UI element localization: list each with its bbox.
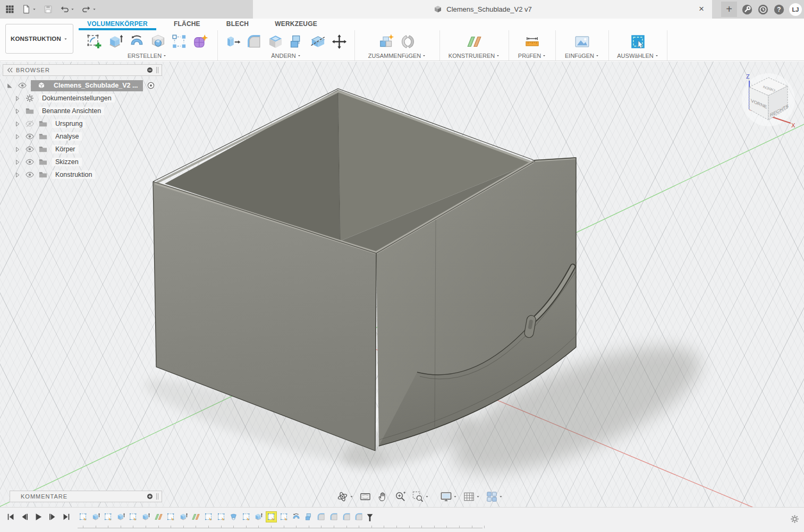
expander-icon[interactable] (13, 145, 21, 153)
browser-row-konstruktion[interactable]: Konstruktion (3, 168, 162, 181)
timeline-feature-fillet-22[interactable] (341, 511, 352, 522)
timeline-feature-sketch-11[interactable] (203, 511, 214, 522)
browser-row-körper[interactable]: Körper (3, 143, 162, 156)
timeline-feature-combine-19[interactable] (303, 511, 315, 522)
timeline-feature-plane-7[interactable] (153, 511, 164, 522)
group-dropdown-konstruieren[interactable]: KONSTRUIEREN (448, 53, 500, 61)
insert-image-button[interactable] (572, 32, 592, 52)
select-window-button[interactable] (628, 32, 648, 52)
timeline-feature-fillet-23[interactable] (353, 511, 365, 522)
pan-button[interactable] (375, 490, 391, 504)
browser-row-dokumenteinstellungen[interactable]: Dokumenteinstellungen (3, 92, 162, 105)
fit-button[interactable] (410, 490, 431, 504)
timeline-feature-extrude-4[interactable] (115, 511, 126, 522)
browser-root-label[interactable]: Clemens_Schublade_V2 ... (50, 81, 141, 90)
go-start-button[interactable] (6, 512, 15, 521)
step-back-button[interactable] (20, 512, 29, 521)
eye-icon[interactable] (25, 132, 35, 141)
timeline-feature-sketch-17[interactable] (278, 511, 290, 522)
document-tab[interactable]: Clemens_Schublade_V2 v7 × (253, 0, 712, 19)
browser-row-benannte-ansichten[interactable]: Benannte Ansichten (3, 105, 162, 117)
ribbon-tab-volumenkörper[interactable]: VOLUMENKÖRPER (79, 19, 156, 30)
timeline-feature-sketch-14[interactable] (241, 511, 252, 522)
recent-button[interactable] (757, 4, 769, 15)
step-forward-button[interactable] (48, 512, 57, 521)
timeline-settings-button[interactable] (790, 514, 800, 524)
avatar[interactable]: LJ (789, 3, 802, 16)
timeline-feature-extrude-15[interactable] (253, 511, 264, 522)
hole-button[interactable] (148, 32, 168, 52)
timeline-feature-sweep-13[interactable] (228, 511, 239, 522)
root-selection-highlight[interactable]: Clemens_Schublade_V2 ... (31, 80, 143, 91)
job-status-button[interactable] (741, 4, 753, 15)
browser-item-label[interactable]: Benannte Ansichten (39, 107, 104, 115)
eye-icon[interactable] (25, 157, 35, 167)
ribbon-tab-blech[interactable]: BLECH (218, 19, 257, 30)
browser-row-skizzen[interactable]: Skizzen (3, 156, 162, 168)
group-dropdown-ändern[interactable]: ÄNDERN (271, 53, 301, 61)
expander-icon[interactable] (13, 107, 21, 115)
group-dropdown-prüfen[interactable]: PRüFEN (518, 53, 546, 61)
fillet-button[interactable] (244, 32, 264, 52)
minus-circle-icon[interactable] (146, 66, 154, 74)
shell-button[interactable] (266, 32, 285, 52)
timeline-position-marker[interactable] (366, 510, 374, 525)
timeline-feature-extrude-2[interactable] (90, 511, 101, 522)
timeline-feature-extrude-6[interactable] (140, 511, 151, 522)
create-form-button[interactable] (191, 32, 210, 52)
radio-target-icon[interactable] (146, 81, 156, 90)
timeline-feature-sketch-5[interactable] (128, 511, 139, 522)
new-tab-button[interactable]: + (721, 2, 737, 17)
timeline-feature-extrude-9[interactable] (178, 511, 189, 522)
browser-item-label[interactable]: Konstruktion (52, 170, 95, 179)
browser-header[interactable]: BROWSER (3, 64, 162, 76)
timeline-feature-fillet-20[interactable] (316, 511, 327, 522)
combine-button[interactable] (287, 32, 307, 52)
eye-off-icon[interactable] (25, 119, 35, 128)
timeline-feature-fillet-21[interactable] (328, 511, 340, 522)
expander-icon[interactable] (13, 120, 21, 128)
go-end-button[interactable] (62, 512, 71, 521)
move-button[interactable] (329, 32, 349, 52)
construction-plane-button[interactable] (464, 32, 484, 52)
ribbon-tab-werkzeuge[interactable]: WERKZEUGE (266, 19, 326, 30)
group-dropdown-erstellen[interactable]: ERSTELLEN (128, 53, 167, 61)
press-pull-button[interactable] (223, 32, 243, 52)
timeline-feature-sketch-1[interactable] (78, 511, 89, 522)
extrude-button[interactable] (106, 32, 125, 52)
zoom-button[interactable] (393, 490, 408, 504)
revolve-button[interactable] (127, 32, 147, 52)
browser-row-root[interactable]: Clemens_Schublade_V2 ... (3, 79, 162, 92)
timeline-ruler[interactable] (78, 528, 483, 528)
eye-icon[interactable] (25, 144, 35, 154)
viewports-button[interactable] (484, 490, 505, 504)
timeline-feature-sketch-12[interactable] (216, 511, 227, 522)
measure-button[interactable] (522, 32, 542, 52)
workspace-selector-button[interactable]: KONSTRUKTION (5, 24, 73, 54)
create-sketch-button[interactable] (84, 32, 104, 52)
collapse-panel-icon[interactable] (6, 66, 14, 74)
split-body-button[interactable] (308, 32, 328, 52)
save-button[interactable] (41, 2, 55, 17)
eye-icon[interactable] (18, 81, 27, 90)
panel-grip[interactable] (156, 493, 158, 500)
viewport-canvas[interactable]: BROWSER Clemens_Schublade_V2 ...Dokument… (0, 62, 804, 507)
new-component-button[interactable] (377, 32, 396, 52)
grid-display-button[interactable] (461, 490, 482, 504)
rect-pattern-button[interactable] (170, 32, 189, 52)
browser-row-ursprung[interactable]: Ursprung (3, 117, 162, 130)
group-dropdown-einfügen[interactable]: EINFüGEN (565, 53, 599, 61)
expander-icon[interactable] (13, 133, 21, 141)
redo-button[interactable] (80, 2, 98, 17)
browser-item-label[interactable]: Skizzen (52, 158, 82, 166)
view-cube[interactable]: OBEN VORNE RECHTS Z X (738, 67, 802, 137)
timeline-feature-sketch-16[interactable] (266, 511, 277, 522)
joint-button[interactable] (398, 32, 418, 52)
expander-icon[interactable] (13, 95, 21, 102)
close-tab-button[interactable]: × (695, 3, 708, 15)
eye-icon[interactable] (25, 170, 35, 179)
group-dropdown-zusammenfügen[interactable]: ZUSAMMENFüGEN (368, 53, 427, 61)
orbit-button[interactable] (335, 490, 356, 504)
expander-icon[interactable] (6, 82, 14, 90)
browser-item-label[interactable]: Analyse (52, 132, 82, 141)
